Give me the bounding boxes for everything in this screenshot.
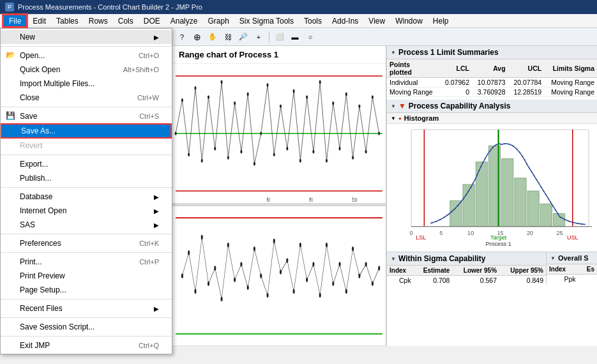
toolbar-link-btn[interactable]: ⛓ <box>221 30 235 44</box>
overall-s-section: ▼ Overall S Index Es <box>546 252 597 285</box>
sep2 <box>1 107 172 107</box>
sep1 <box>1 46 172 47</box>
saveas-label: Save As... <box>21 126 56 135</box>
chart-bottom <box>172 206 386 346</box>
menu-help[interactable]: Help <box>428 14 454 27</box>
cap-upper: 0.849 <box>499 276 546 285</box>
svg-point-15 <box>253 162 255 166</box>
app-icon: P <box>5 3 14 11</box>
svg-point-12 <box>234 102 236 105</box>
cap-row: Cpk 0.708 0.567 0.849 <box>387 276 546 285</box>
svg-point-9 <box>214 147 216 151</box>
menu-tables[interactable]: Tables <box>51 14 84 27</box>
svg-point-5 <box>188 153 190 156</box>
col-lcl: LCL <box>440 59 472 78</box>
menu-cols[interactable]: Cols <box>113 14 139 27</box>
sep7 <box>1 299 172 300</box>
menu-analyze[interactable]: Analyze <box>165 14 203 27</box>
svg-rect-83 <box>476 162 487 227</box>
mr-dots <box>181 235 380 301</box>
svg-point-43 <box>181 273 183 278</box>
svg-point-7 <box>201 159 203 163</box>
importmultiple-label: Import Multiple Files... <box>20 79 94 88</box>
recentfiles-arrow: ▶ <box>154 305 159 312</box>
menu-item-open[interactable]: Open... Ctrl+O <box>1 49 172 63</box>
quickopen-label: Quick Open <box>20 65 60 74</box>
database-arrow: ▶ <box>154 193 159 201</box>
menu-item-recentfiles[interactable]: Recent Files ▶ <box>1 301 172 315</box>
row1-sigma: Moving Range <box>544 78 597 87</box>
menu-item-print[interactable]: Print... Ctrl+P <box>1 255 172 269</box>
export-label: Export... <box>20 160 49 169</box>
svg-point-26 <box>326 159 328 163</box>
mr-chart-svg <box>172 206 386 345</box>
svg-text:LSL: LSL <box>416 234 426 241</box>
menu-item-savesession[interactable]: Save Session Script... <box>1 320 172 334</box>
toolbar-line-btn[interactable]: ▬ <box>288 30 302 44</box>
row2-sigma: Moving Range <box>544 87 597 97</box>
menu-item-database[interactable]: Database ▶ <box>1 190 172 204</box>
svg-point-27 <box>332 102 334 105</box>
menu-item-close[interactable]: Close Ctrl+W <box>1 91 172 105</box>
svg-point-47 <box>208 281 209 285</box>
save-shortcut: Ctrl+S <box>139 112 159 120</box>
menu-item-quickopen[interactable]: Quick Open Alt+Shift+O <box>1 63 172 77</box>
menu-edit[interactable]: Edit <box>27 14 51 27</box>
svg-text:10: 10 <box>467 230 474 236</box>
svg-point-48 <box>214 266 216 270</box>
svg-point-4 <box>181 98 183 102</box>
sas-arrow: ▶ <box>154 222 159 229</box>
svg-point-50 <box>227 243 229 247</box>
svg-point-23 <box>306 95 308 99</box>
pagesetup-label: Page Setup... <box>20 285 66 294</box>
cap-cpk: Cpk <box>387 276 414 285</box>
menu-item-preferences[interactable]: Preferences Ctrl+K <box>1 236 172 250</box>
menu-graph[interactable]: Graph <box>202 14 234 27</box>
menu-sixsigma[interactable]: Six Sigma Tools <box>234 14 299 27</box>
menu-item-sas[interactable]: SAS ▶ <box>1 218 172 232</box>
menu-doe[interactable]: DOE <box>139 14 165 27</box>
menu-addins[interactable]: Add-Ins <box>327 14 363 27</box>
menu-item-new[interactable]: New ▶ <box>1 30 172 44</box>
internetopen-label: Internet Open <box>20 206 66 215</box>
toolbar-zoom-btn[interactable]: ⊕ <box>190 30 204 44</box>
svg-point-18 <box>273 153 275 156</box>
menu-item-printpreview[interactable]: Print Preview <box>1 269 172 283</box>
file-dropdown-menu: New ▶ Open... Ctrl+O Quick Open Alt+Shif… <box>0 28 172 354</box>
toolbar-circle-btn[interactable]: ○ <box>303 30 317 44</box>
revert-label: Revert <box>20 141 42 150</box>
row1-avg: 10.07873 <box>472 78 508 87</box>
menu-view[interactable]: View <box>363 14 390 27</box>
svg-text:0: 0 <box>410 230 413 236</box>
row1-ucl: 20.07784 <box>508 78 545 87</box>
menu-window[interactable]: Window <box>390 14 428 27</box>
menu-item-export[interactable]: Export... <box>1 157 172 171</box>
toolbar-rect-btn[interactable]: ⬜ <box>273 30 287 44</box>
menu-file[interactable]: File <box>3 14 27 27</box>
menu-item-saveas[interactable]: Save As... <box>1 123 172 139</box>
toolbar-hand-btn[interactable]: ✋ <box>206 30 220 44</box>
svg-point-45 <box>194 289 196 294</box>
menu-tools[interactable]: Tools <box>299 14 327 27</box>
menu-item-internetopen[interactable]: Internet Open ▶ <box>1 204 172 218</box>
toolbar-help-btn[interactable]: ? <box>175 30 189 44</box>
within-sigma-section: ▼ Within Sigma Capability Index Estimate… <box>387 252 597 285</box>
toolbar-add-btn[interactable]: + <box>252 30 266 44</box>
cap-lower: 0.567 <box>452 276 499 285</box>
menu-item-pagesetup[interactable]: Page Setup... <box>1 283 172 297</box>
toolbar-select-btn[interactable]: 🔎 <box>236 30 250 44</box>
menu-item-publish[interactable]: Publish... <box>1 171 172 185</box>
menu-item-revert[interactable]: Revert <box>1 139 172 153</box>
svg-point-16 <box>260 132 262 135</box>
svg-point-61 <box>299 243 301 247</box>
menu-rows[interactable]: Rows <box>84 14 113 27</box>
svg-point-73 <box>378 266 380 270</box>
svg-point-51 <box>234 277 236 282</box>
svg-point-68 <box>345 289 347 294</box>
internetopen-arrow: ▶ <box>154 208 159 215</box>
menu-item-save[interactable]: Save Ctrl+S <box>1 109 172 123</box>
menu-item-importmultiple[interactable]: Import Multiple Files... <box>1 77 172 91</box>
svg-point-62 <box>306 277 308 282</box>
menu-item-exitjmp[interactable]: Exit JMP Ctrl+Q <box>1 338 172 353</box>
svg-text:80: 80 <box>309 196 313 203</box>
